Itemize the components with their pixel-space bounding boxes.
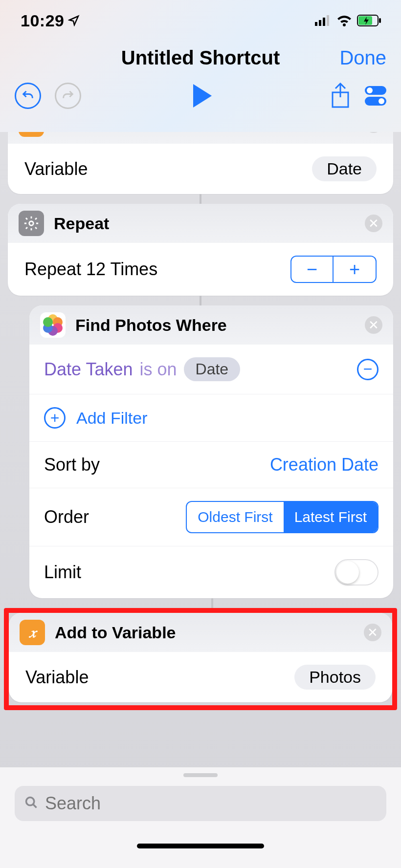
connector — [211, 598, 213, 608]
gear-icon — [19, 211, 44, 236]
nav-bar: Untitled Shortcut Done — [0, 47, 401, 69]
page-title: Untitled Shortcut — [121, 47, 280, 69]
limit-label: Limit — [44, 562, 81, 583]
action-set-variable[interactable]: 𝑥 Set Variable ✕ Variable Date — [8, 132, 393, 194]
svg-line-16 — [33, 804, 37, 807]
search-field[interactable] — [15, 786, 386, 821]
connector — [200, 194, 201, 204]
variable-icon: 𝑥 — [20, 620, 45, 645]
repeat-summary[interactable]: Repeat 12 Times — [24, 259, 157, 280]
clock-text: 10:29 — [21, 11, 64, 30]
share-button[interactable] — [330, 83, 351, 109]
workflow-canvas: 𝑥 Set Variable ✕ Variable Date Repeat ✕ … — [0, 132, 401, 868]
order-option-oldest[interactable]: Oldest First — [187, 502, 283, 532]
delete-action-button[interactable]: ✕ — [365, 132, 382, 133]
svg-point-8 — [29, 221, 34, 226]
play-icon — [193, 84, 212, 108]
action-title: Add to Variable — [55, 623, 176, 642]
filter-operator[interactable]: is on — [139, 359, 177, 380]
location-icon — [68, 15, 80, 26]
action-title: Find Photos Where — [75, 316, 227, 335]
svg-rect-0 — [315, 22, 317, 26]
search-input[interactable] — [45, 793, 377, 814]
stepper-plus[interactable]: + — [334, 257, 376, 282]
remove-filter-button[interactable]: − — [357, 359, 379, 380]
action-repeat[interactable]: Repeat ✕ Repeat 12 Times − + — [8, 204, 393, 296]
svg-point-15 — [26, 797, 34, 805]
stepper-minus[interactable]: − — [291, 257, 334, 282]
sort-value[interactable]: Creation Date — [270, 455, 379, 475]
run-button[interactable] — [199, 84, 212, 108]
action-find-photos[interactable]: Find Photos Where ✕ Date Taken is on Dat… — [29, 305, 393, 598]
limit-switch[interactable] — [334, 559, 379, 586]
svg-rect-2 — [323, 18, 325, 26]
cellular-icon — [315, 15, 332, 26]
done-button[interactable]: Done — [339, 47, 386, 69]
undo-button[interactable] — [15, 83, 41, 109]
sheet-grabber[interactable] — [183, 773, 218, 777]
repeat-stepper[interactable]: − + — [290, 256, 377, 283]
svg-point-14 — [43, 317, 53, 327]
status-time: 10:29 — [21, 11, 80, 30]
action-title: Set Variable — [54, 132, 148, 134]
connector — [200, 296, 201, 305]
highlight-box: 𝑥 Add to Variable ✕ Variable Photos — [4, 608, 397, 710]
param-label: Variable — [24, 159, 88, 179]
variable-value-chip[interactable]: Date — [312, 156, 377, 181]
delete-action-button[interactable]: ✕ — [364, 624, 381, 641]
top-chrome: 10:29 Untitled Shortcut Done — [0, 0, 401, 132]
action-title: Repeat — [54, 214, 109, 233]
param-label: Variable — [25, 667, 89, 688]
filter-field[interactable]: Date Taken — [44, 359, 133, 380]
add-filter-button[interactable]: Add Filter — [76, 409, 148, 428]
editor-toolbar — [0, 83, 401, 109]
status-bar: 10:29 — [0, 0, 401, 29]
delete-action-button[interactable]: ✕ — [365, 316, 382, 334]
filter-value-chip[interactable]: Date — [184, 357, 241, 381]
order-segmented[interactable]: Oldest First Latest First — [186, 501, 379, 533]
order-option-latest[interactable]: Latest First — [284, 502, 378, 532]
svg-rect-5 — [379, 18, 381, 23]
sort-label: Sort by — [44, 455, 100, 475]
svg-rect-1 — [319, 20, 321, 26]
variable-icon: 𝑥 — [19, 132, 44, 137]
settings-button[interactable] — [365, 85, 386, 107]
home-indicator[interactable] — [137, 844, 264, 848]
svg-rect-3 — [327, 15, 329, 26]
photos-icon — [40, 312, 66, 338]
delete-action-button[interactable]: ✕ — [365, 215, 382, 232]
variable-value-chip[interactable]: Photos — [294, 665, 376, 690]
battery-charging-icon — [357, 15, 381, 26]
action-add-to-variable[interactable]: 𝑥 Add to Variable ✕ Variable Photos — [9, 613, 392, 702]
add-filter-plus-icon[interactable]: + — [44, 407, 66, 429]
redo-button[interactable] — [55, 83, 81, 109]
order-label: Order — [44, 507, 89, 527]
wifi-icon — [336, 15, 352, 26]
search-icon — [24, 794, 38, 813]
action-search-sheet[interactable] — [0, 767, 401, 868]
